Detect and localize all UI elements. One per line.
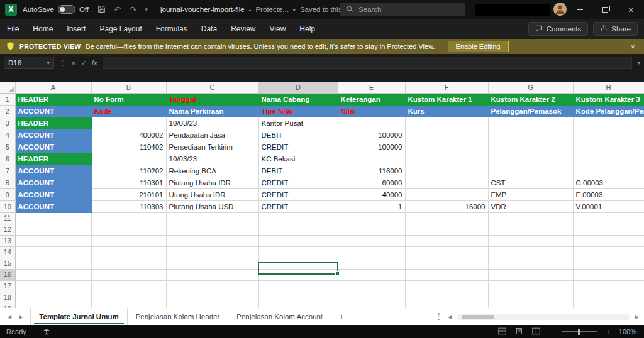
cell[interactable]: Tanggal	[166, 93, 258, 105]
cell[interactable]: Pendapatan Jasa	[166, 129, 258, 141]
ribbon-tab-page-layout[interactable]: Page Layout	[92, 19, 148, 39]
zoom-in-icon[interactable]	[606, 328, 609, 335]
hscroll-left-arrow-icon[interactable]	[448, 314, 452, 320]
cell[interactable]	[405, 153, 488, 165]
cell[interactable]	[405, 280, 488, 292]
name-box-chevron-icon[interactable]	[47, 60, 50, 66]
cell[interactable]: Kantor Pusat	[258, 117, 338, 129]
row-header[interactable]: 7	[0, 165, 15, 177]
cell[interactable]: 100000	[338, 129, 405, 141]
cell[interactable]	[166, 303, 258, 308]
row-header[interactable]: 6	[0, 153, 15, 165]
cell[interactable]: ACCOUNT	[15, 141, 91, 153]
cell[interactable]	[488, 303, 573, 308]
cell[interactable]	[91, 117, 166, 129]
ribbon-tab-view[interactable]: View	[263, 19, 293, 39]
sheet-tab-penjelasan-kolom-header[interactable]: Penjelasan Kolom Header	[128, 308, 229, 325]
cell[interactable]: ACCOUNT	[15, 188, 91, 200]
name-box[interactable]: D16	[4, 57, 54, 69]
cell[interactable]	[488, 269, 573, 280]
zoom-level[interactable]: 100%	[619, 328, 636, 335]
cell[interactable]: CREDIT	[258, 200, 338, 212]
cell[interactable]	[573, 165, 644, 177]
zoom-out-icon[interactable]	[549, 328, 553, 335]
cell[interactable]	[338, 303, 405, 308]
cell[interactable]	[166, 246, 258, 258]
cell[interactable]: CREDIT	[258, 188, 338, 200]
close-button[interactable]	[618, 0, 644, 19]
row-header[interactable]: 11	[0, 212, 15, 224]
row-header[interactable]: 8	[0, 177, 15, 188]
cell[interactable]	[166, 292, 258, 303]
cell[interactable]: 110301	[91, 177, 166, 188]
restore-button[interactable]	[592, 0, 618, 19]
cell[interactable]: 400002	[91, 129, 166, 141]
message-bar-close-icon[interactable]	[630, 42, 635, 52]
cell[interactable]	[338, 280, 405, 292]
formula-input[interactable]	[103, 57, 633, 69]
comments-button[interactable]: Comments	[528, 22, 589, 36]
cell[interactable]	[573, 235, 644, 246]
cell[interactable]	[405, 269, 488, 280]
cell[interactable]	[405, 303, 488, 308]
cell[interactable]	[488, 165, 573, 177]
cell[interactable]	[573, 269, 644, 280]
cell[interactable]	[15, 235, 91, 246]
cell[interactable]	[258, 280, 338, 292]
cell[interactable]: Nama Cabang	[258, 93, 338, 105]
cell[interactable]: E.00003	[573, 188, 644, 200]
column-header-selected[interactable]: D	[258, 82, 338, 93]
horizontal-scrollbar[interactable]	[457, 314, 630, 320]
cell[interactable]: C.00003	[573, 177, 644, 188]
cell[interactable]: DEBIT	[258, 165, 338, 177]
cell[interactable]	[258, 212, 338, 224]
cell[interactable]: ACCOUNT	[15, 200, 91, 212]
row-header[interactable]: 4	[0, 129, 15, 141]
row-header[interactable]: 13	[0, 235, 15, 246]
cell[interactable]	[258, 292, 338, 303]
cell[interactable]	[405, 141, 488, 153]
cell[interactable]	[15, 280, 91, 292]
cell[interactable]	[488, 292, 573, 303]
user-avatar[interactable]	[553, 3, 567, 16]
cell[interactable]: ACCOUNT	[15, 177, 91, 188]
autosave-toggle[interactable]	[58, 5, 75, 14]
enable-editing-button[interactable]: Enable Editing	[448, 41, 509, 52]
cell[interactable]	[573, 258, 644, 269]
ribbon-tab-help[interactable]: Help	[292, 19, 322, 39]
cell[interactable]	[405, 258, 488, 269]
ribbon-tab-insert[interactable]: Insert	[60, 19, 92, 39]
cell[interactable]: ACCOUNT	[15, 165, 91, 177]
cell[interactable]: Nilai	[338, 105, 405, 117]
cell[interactable]	[91, 258, 166, 269]
row-header[interactable]: 15	[0, 258, 15, 269]
cell[interactable]	[405, 188, 488, 200]
cell-selected[interactable]	[15, 269, 91, 280]
cell[interactable]	[338, 153, 405, 165]
sheet-nav-right-icon[interactable]	[19, 314, 23, 320]
cell[interactable]	[338, 212, 405, 224]
cell[interactable]	[15, 246, 91, 258]
row-header[interactable]: 12	[0, 224, 15, 235]
select-all-corner[interactable]	[0, 82, 15, 93]
document-title[interactable]: journal-voucher-import-file - Protecte..…	[160, 6, 361, 13]
row-header[interactable]: 3	[0, 117, 15, 129]
ribbon-tab-file[interactable]: File	[0, 19, 26, 39]
cell[interactable]	[488, 235, 573, 246]
cell[interactable]	[91, 269, 166, 280]
horizontal-scrollbar-thumb[interactable]	[462, 315, 494, 319]
hscroll-right-arrow-icon[interactable]	[635, 314, 639, 320]
cell[interactable]: Piutang Usaha IDR	[166, 177, 258, 188]
cell[interactable]	[488, 129, 573, 141]
cell[interactable]	[166, 269, 258, 280]
cell[interactable]: Persediaan Terkirim	[166, 141, 258, 153]
cell[interactable]: ACCOUNT	[15, 129, 91, 141]
cell[interactable]: Piutang Usaha USD	[166, 200, 258, 212]
zoom-slider-thumb[interactable]	[578, 329, 580, 335]
cell[interactable]	[573, 153, 644, 165]
cell[interactable]	[91, 212, 166, 224]
sheet-nav-left-icon[interactable]	[8, 314, 11, 320]
formula-bar-drag-handle[interactable]	[59, 59, 66, 67]
column-header[interactable]: H	[573, 82, 644, 93]
row-header[interactable]: 10	[0, 200, 15, 212]
